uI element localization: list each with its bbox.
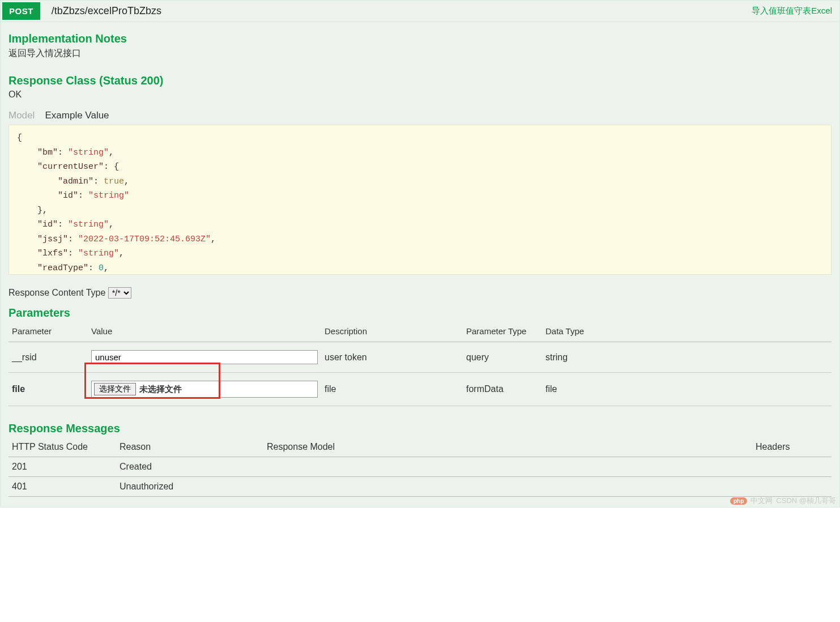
data-type: file	[542, 373, 832, 406]
site-watermark: 中文网	[751, 496, 773, 506]
param-description: user token	[321, 342, 463, 373]
col-response-model: Response Model	[263, 437, 752, 457]
status-code: 401	[8, 477, 116, 497]
tab-model[interactable]: Model	[8, 110, 35, 121]
param-name: file	[8, 373, 88, 406]
credit-watermark: CSDN @柚几哥哥	[776, 496, 836, 506]
param-type: query	[463, 342, 542, 373]
parameters-table: Parameter Value Description Parameter Ty…	[8, 322, 832, 406]
col-reason: Reason	[116, 437, 263, 457]
response-messages-heading: Response Messages	[8, 422, 832, 435]
example-value-code[interactable]: { "bm": "string", "currentUser": { "admi…	[8, 125, 832, 275]
col-parameter-type: Parameter Type	[463, 322, 542, 342]
status-code: 201	[8, 457, 116, 477]
rsid-input[interactable]	[91, 350, 318, 364]
table-row: 401 Unauthorized	[8, 477, 832, 497]
col-parameter: Parameter	[8, 322, 88, 342]
model-example-tabs: Model Example Value	[8, 110, 832, 121]
response-status-text: OK	[8, 90, 832, 100]
operation-body: Implementation Notes 返回导入情况接口 Response C…	[0, 22, 840, 508]
http-method-badge: POST	[2, 2, 40, 20]
col-http-status: HTTP Status Code	[8, 437, 116, 457]
response-content-type-label: Response Content Type	[8, 288, 105, 297]
col-data-type: Data Type	[542, 322, 832, 342]
response-content-type-select[interactable]: */*	[108, 287, 131, 299]
implementation-notes-heading: Implementation Notes	[8, 32, 832, 45]
response-content-type-row: Response Content Type */*	[8, 287, 832, 299]
col-description: Description	[321, 322, 463, 342]
status-reason: Created	[116, 457, 263, 477]
response-class-heading: Response Class (Status 200)	[8, 74, 832, 87]
col-headers: Headers	[752, 437, 832, 457]
col-value: Value	[88, 322, 321, 342]
data-type: string	[542, 342, 832, 373]
param-type: formData	[463, 373, 542, 406]
table-row: 201 Created	[8, 457, 832, 477]
status-reason: Unauthorized	[116, 477, 263, 497]
table-row: __rsid user token query string	[8, 342, 832, 373]
choose-file-button[interactable]: 选择文件	[94, 383, 136, 395]
endpoint-path[interactable]: /tbZbzs/excelProTbZbzs	[40, 5, 752, 17]
response-messages-table: HTTP Status Code Reason Response Model H…	[8, 437, 832, 497]
operation-summary-link[interactable]: 导入值班值守表Excel	[752, 6, 838, 16]
file-input-wrapper[interactable]: 选择文件 未选择文件	[91, 381, 318, 398]
param-description: file	[321, 373, 463, 406]
parameters-heading: Parameters	[8, 306, 832, 319]
tab-example-value[interactable]: Example Value	[45, 110, 109, 121]
implementation-notes-text: 返回导入情况接口	[8, 48, 832, 59]
file-status-text: 未选择文件	[139, 384, 182, 395]
param-name: __rsid	[8, 342, 88, 373]
operation-header[interactable]: POST /tbZbzs/excelProTbZbzs 导入值班值守表Excel	[0, 0, 840, 22]
watermark: php 中文网 CSDN @柚几哥哥	[730, 496, 836, 506]
table-row: file 选择文件 未选择文件 file formData file	[8, 373, 832, 406]
php-badge-icon: php	[730, 497, 747, 505]
